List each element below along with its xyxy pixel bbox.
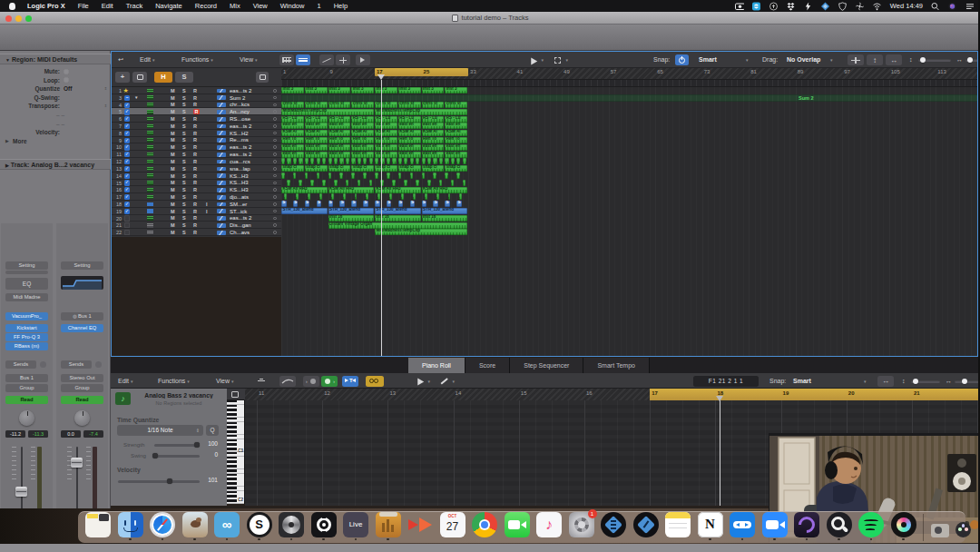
playhead[interactable] [381, 80, 382, 356]
track-record-button[interactable]: R [193, 95, 197, 101]
region[interactable]: east en [445, 144, 467, 151]
region[interactable]: RS - Lu [328, 116, 351, 123]
strip-plugin-slot[interactable]: RBass (m) [5, 342, 48, 350]
volume-value[interactable]: 0.0 [61, 430, 81, 438]
region[interactable]: Inst 3 [445, 87, 467, 94]
track-mute-button[interactable]: M [171, 173, 175, 179]
track-row-4[interactable]: 4✓MSRchr...kcs [111, 102, 281, 109]
close-button[interactable] [5, 15, 12, 22]
pan-knob[interactable] [74, 410, 90, 426]
region[interactable]: S [281, 201, 287, 207]
track-automation-icon[interactable] [217, 167, 226, 172]
region[interactable] [392, 180, 396, 186]
track-checkbox[interactable]: ✓ [124, 173, 130, 179]
region[interactable]: Inst 3 [422, 87, 445, 94]
strip-output-button[interactable]: Stereo Out [61, 374, 103, 382]
track-checkbox[interactable]: ✓ [124, 187, 130, 192]
tab-smart-tempo[interactable]: Smart Tempo [583, 358, 650, 373]
track-automation-icon[interactable] [217, 223, 226, 228]
region[interactable] [331, 193, 334, 200]
region[interactable]: east en [351, 152, 374, 158]
strip-plugin-slot[interactable]: Channel EQ [61, 324, 103, 332]
region[interactable]: Ren To [422, 137, 445, 143]
calendar-icon[interactable]: OCT27 [440, 512, 466, 537]
region[interactable]: KSM All HH3 [281, 187, 328, 193]
track-mute-button[interactable]: M [171, 166, 175, 172]
swing-slider[interactable] [154, 455, 200, 458]
region[interactable]: east en [281, 152, 304, 158]
strength-slider[interactable] [154, 444, 200, 447]
region[interactable]: chris st [398, 102, 421, 108]
menu-navigate[interactable]: Navigate [149, 2, 189, 10]
track-automation-icon[interactable] [217, 131, 226, 135]
region[interactable] [293, 172, 297, 179]
region[interactable] [451, 158, 455, 164]
track-checkbox[interactable]: ✓ [124, 159, 130, 164]
serato-icon[interactable] [891, 512, 916, 537]
region-param-[interactable]: – – [0, 121, 111, 129]
track-mute-button[interactable]: M [171, 116, 175, 122]
region[interactable] [451, 180, 455, 186]
track-automation-icon[interactable] [217, 103, 226, 107]
region[interactable]: east en [375, 144, 397, 151]
region[interactable] [322, 158, 326, 164]
region[interactable]: Inst 3 [281, 87, 304, 94]
region[interactable]: S [305, 201, 310, 207]
region[interactable] [351, 172, 355, 179]
track-checkbox[interactable]: ✓ [124, 194, 130, 200]
region[interactable]: S [445, 201, 450, 207]
track-mute-button[interactable]: M [171, 202, 175, 207]
strip-automation-button[interactable]: Read [61, 396, 103, 404]
pro-tools-icon[interactable] [794, 512, 819, 537]
region[interactable]: S [293, 201, 299, 207]
strip-automation-button[interactable]: Read [5, 396, 48, 404]
menu-record[interactable]: Record [189, 2, 223, 10]
track-inspector-header[interactable]: ▶ Track: Analog B...2 vacancy [0, 159, 111, 170]
track-solo-button[interactable]: S [182, 194, 186, 200]
region[interactable] [463, 180, 466, 186]
spotlight-icon[interactable] [930, 2, 940, 11]
track-record-button[interactable]: R [193, 230, 197, 235]
track-checkbox[interactable]: ✓ [124, 131, 130, 136]
track-record-button[interactable]: R [193, 180, 197, 185]
region-param-quantize[interactable]: QuantizeOff⇕ [0, 85, 111, 94]
track-row-15[interactable]: 15✓MSRKS...H3 [111, 180, 281, 187]
region[interactable]: Ren To [328, 137, 351, 143]
region[interactable]: Ren To [305, 137, 328, 143]
track-automation-icon[interactable] [217, 124, 226, 129]
track-mute-button[interactable]: M [171, 230, 175, 235]
cycle-region[interactable] [375, 68, 468, 76]
region[interactable]: RS - Lu [398, 116, 421, 123]
region[interactable]: S [328, 201, 334, 207]
region[interactable]: STH_130_Blend [422, 208, 468, 214]
track-row-12[interactable]: 12✓MSRcua...rcs [111, 158, 281, 165]
track-solo-button[interactable]: S [182, 230, 186, 235]
tab-piano-roll[interactable]: Piano Roll [408, 358, 466, 373]
region[interactable]: RS - Lu [305, 116, 328, 123]
region[interactable]: Ren To [398, 137, 421, 143]
region[interactable] [296, 193, 299, 200]
region[interactable] [416, 180, 419, 186]
region[interactable] [310, 158, 314, 164]
track-checkbox[interactable]: ✓ [124, 116, 130, 122]
region[interactable] [369, 158, 373, 164]
region[interactable]: Ren To [281, 137, 304, 143]
ua-console-icon[interactable] [601, 512, 626, 537]
region[interactable]: Inst 16 [328, 215, 375, 222]
quantize-apply-button[interactable]: Q [206, 425, 219, 436]
region[interactable] [351, 158, 355, 164]
region[interactable] [346, 180, 349, 186]
region[interactable]: KSM Al [375, 130, 397, 136]
track-checkbox[interactable]: ✓ [124, 103, 130, 108]
menu-1[interactable]: 1 [310, 2, 327, 10]
region[interactable] [328, 158, 332, 164]
region[interactable] [369, 180, 373, 186]
region[interactable]: KSM Al [398, 130, 421, 136]
track-automation-icon[interactable] [217, 173, 226, 178]
track-checkbox[interactable]: ✓ [124, 202, 130, 207]
track-mute-button[interactable]: M [171, 209, 175, 214]
track-mute-button[interactable]: M [171, 180, 175, 185]
editor-playhead-marker[interactable] [716, 396, 723, 401]
quantize-dropdown[interactable]: 1/16 Note⇕ [117, 425, 203, 436]
track-solo-button[interactable]: S [182, 222, 186, 228]
